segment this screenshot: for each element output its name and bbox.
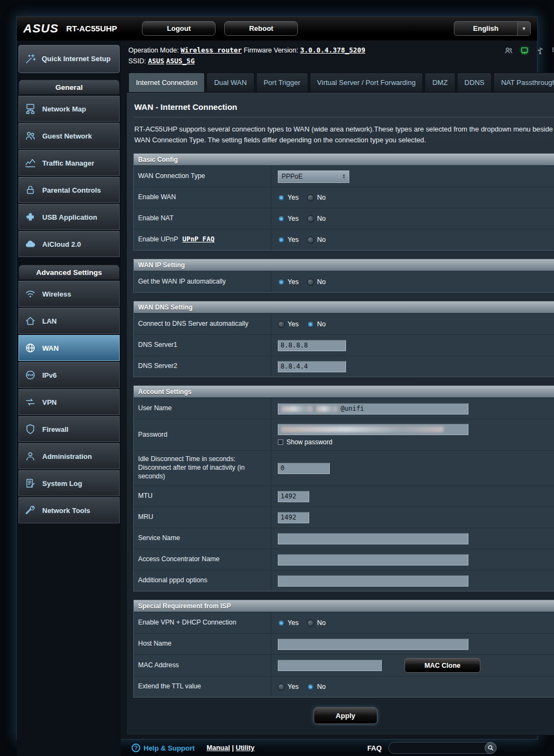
dns-server1-input[interactable] (278, 340, 346, 351)
password-input[interactable] (278, 424, 468, 435)
sidebar-item-wireless[interactable]: Wireless (18, 281, 120, 307)
sidebar-item-system-log[interactable]: System Log (18, 470, 120, 496)
enable-nat-yes-radio[interactable]: Yes (278, 215, 298, 222)
sidebar-item-firewall[interactable]: Firewall (18, 416, 120, 442)
field-label: Idle Disconnect Time in seconds: Disconn… (134, 451, 271, 485)
row-enable-upnp: Enable UPnP UPnP FAQ Yes No (134, 229, 554, 250)
magnifier-icon (487, 745, 494, 751)
sidebar-item-wan[interactable]: WAN (18, 335, 120, 361)
sidebar-item-vpn[interactable]: VPN (18, 389, 120, 415)
auto-ip-yes-radio[interactable]: Yes (278, 278, 298, 286)
row-auto-dns: Connect to DNS Server automatically Yes … (134, 313, 554, 334)
mac-clone-button[interactable]: MAC Clone (405, 658, 480, 673)
help-support-link[interactable]: Help & Support (144, 744, 195, 752)
host-name-input[interactable] (278, 639, 468, 650)
enable-upnp-yes-radio[interactable]: Yes (278, 236, 298, 244)
field-value: Yes No (271, 187, 554, 208)
apply-button[interactable]: Apply (314, 707, 377, 724)
sidebar-item-ipv6[interactable]: IPv6 IPv6 (18, 362, 120, 388)
sidebar-item-aicloud[interactable]: AiCloud 2.0 (18, 231, 120, 257)
tab-port-trigger[interactable]: Port Trigger (256, 73, 308, 92)
dns-server2-input[interactable] (278, 361, 346, 372)
sidebar-item-network-map[interactable]: Network Map (18, 96, 120, 122)
vpn-dhcp-yes-radio[interactable]: Yes (278, 619, 298, 627)
vpn-arrows-icon (24, 396, 37, 409)
tab-nat-passthrough[interactable]: NAT Passthrough (493, 73, 554, 92)
faq-search-box (388, 742, 497, 754)
sidebar-item-guest-network[interactable]: Guest Network (18, 123, 120, 149)
search-button[interactable] (485, 742, 497, 754)
user-name-input[interactable]: @unifi (278, 403, 468, 415)
sidebar-item-label: USB Application (42, 213, 97, 221)
firmware-version-link[interactable]: 3.0.0.4.378_5209 (300, 46, 365, 54)
tab-internet-connection[interactable]: Internet Connection (128, 73, 205, 92)
operation-mode-link[interactable]: Wireless router (181, 46, 242, 54)
enable-wan-no-radio[interactable]: No (307, 194, 325, 201)
internet-status-icon[interactable] (520, 46, 529, 67)
radio-selected-icon (278, 194, 285, 201)
reboot-button[interactable]: Reboot (224, 21, 298, 36)
idle-disconnect-input[interactable] (278, 463, 330, 474)
puzzle-piece-icon (24, 211, 37, 223)
field-label: WAN Connection Type (134, 166, 271, 187)
tab-virtual-server-port-forwarding[interactable]: Virtual Server / Port Forwarding (310, 73, 423, 92)
section-header: Account Settings (134, 386, 554, 398)
sidebar-item-network-tools[interactable]: Network Tools (18, 497, 120, 523)
ttl-yes-radio[interactable]: Yes (278, 683, 298, 691)
mtu-input[interactable] (278, 491, 309, 502)
access-concentrator-input[interactable] (278, 554, 468, 566)
field-label: Additional pppd options (134, 570, 271, 591)
wan-connection-type-select[interactable]: PPPoE ▲▼ (278, 170, 349, 183)
row-service-name: Service Name (134, 528, 554, 549)
sidebar-item-administration[interactable]: Administration (18, 443, 120, 469)
manual-link[interactable]: Manual (207, 744, 230, 752)
field-label: Connect to DNS Server automatically (134, 314, 271, 334)
sidebar-item-traffic-manager[interactable]: Traffic Manager (18, 150, 120, 176)
sidebar-item-quick-internet-setup[interactable]: Quick Internet Setup (18, 45, 120, 73)
show-password-toggle[interactable]: Show password (278, 438, 468, 446)
sidebar-item-parental-controls[interactable]: Parental Controls (18, 177, 120, 203)
sidebar-item-label: Quick Internet Setup (42, 55, 110, 63)
field-value: @unifi (271, 398, 554, 419)
utility-link[interactable]: Utility (236, 744, 255, 752)
upnp-faq-link[interactable]: UPnP FAQ (183, 235, 214, 244)
sidebar-item-label: AiCloud 2.0 (42, 240, 81, 248)
sidebar-item-lan[interactable]: LAN (18, 308, 120, 334)
sidebar-item-usb-application[interactable]: USB Application (18, 204, 120, 230)
enable-nat-no-radio[interactable]: No (307, 215, 325, 222)
pppd-options-input[interactable] (278, 575, 468, 587)
enable-upnp-no-radio[interactable]: No (307, 236, 325, 244)
mac-address-input[interactable] (278, 660, 382, 671)
sidebar-item-label: System Log (42, 479, 82, 488)
user-name-visible-suffix: @unifi (341, 405, 364, 412)
isp-special-table: Special Requirement from ISP Enable VPN … (133, 600, 554, 698)
tab-dual-wan[interactable]: Dual WAN (206, 73, 254, 92)
asus-logo: ASUS (23, 22, 58, 36)
auto-ip-no-radio[interactable]: No (307, 278, 325, 286)
field-label: DNS Server1 (134, 335, 271, 356)
radio-icon (307, 279, 314, 286)
mru-input[interactable] (278, 512, 309, 523)
ssid-primary-link[interactable]: ASUS (148, 57, 164, 65)
field-value (271, 507, 554, 528)
ttl-no-radio[interactable]: No (307, 683, 325, 691)
auto-dns-no-radio[interactable]: No (307, 320, 325, 328)
usb-status-icon[interactable] (536, 46, 545, 67)
printer-status-icon[interactable] (551, 46, 554, 67)
logout-button[interactable]: Logout (142, 21, 216, 36)
tab-ddns[interactable]: DDNS (457, 73, 492, 92)
account-settings-table: Account Settings User Name @unifi Pas (133, 385, 554, 591)
field-label: DNS Server2 (134, 356, 271, 377)
vpn-dhcp-no-radio[interactable]: No (307, 619, 325, 627)
globe-icon (24, 341, 37, 354)
enable-wan-yes-radio[interactable]: Yes (278, 194, 298, 201)
faq-search-input[interactable] (389, 744, 485, 752)
field-value: Yes No (271, 613, 554, 633)
auto-dns-yes-radio[interactable]: Yes (278, 320, 298, 328)
clients-status-icon[interactable] (504, 46, 513, 67)
ssid-secondary-link[interactable]: ASUS_5G (166, 57, 195, 65)
service-name-input[interactable] (278, 533, 468, 544)
redacted-text (281, 406, 312, 412)
language-dropdown[interactable]: English ▼ (454, 21, 531, 36)
tab-dmz[interactable]: DMZ (425, 73, 455, 92)
